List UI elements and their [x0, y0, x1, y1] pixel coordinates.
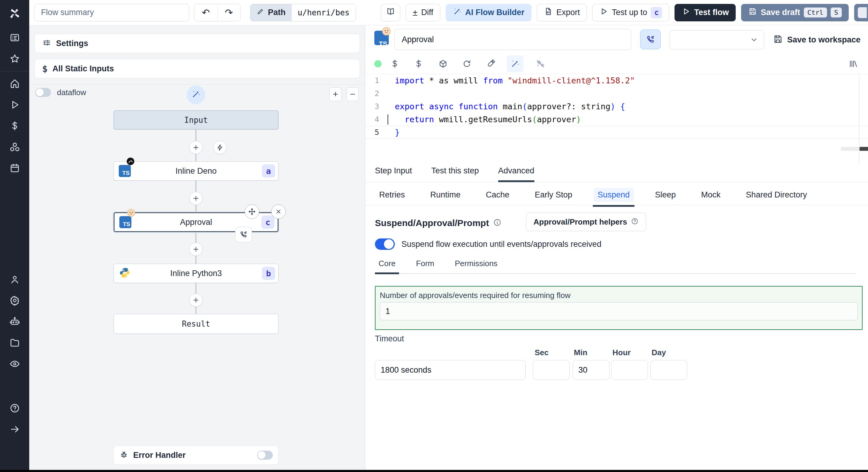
error-handler-card[interactable]: Error Handler [114, 445, 278, 465]
library-button[interactable] [844, 56, 861, 72]
inner-tab-core[interactable]: Core [375, 259, 399, 274]
zoom-in-button[interactable]: + [330, 87, 341, 101]
path-chip[interactable]: Path [250, 4, 292, 21]
suspend-phone-indicator[interactable] [235, 227, 252, 242]
subtab-sleep[interactable]: Sleep [651, 188, 680, 202]
users-person-icon[interactable] [0, 269, 29, 290]
flow-summary-input[interactable] [34, 4, 189, 21]
ai-sparkles-button[interactable] [532, 56, 549, 72]
code-editor[interactable]: 1import * as wmill from "windmill-client… [365, 74, 868, 165]
timeout-min-input[interactable] [572, 360, 610, 380]
tab-test-this-step[interactable]: Test this step [431, 166, 479, 182]
workers-robot-icon[interactable] [0, 311, 29, 332]
test-flow-button[interactable]: Test flow [675, 4, 736, 21]
diff-button[interactable]: ± Diff [406, 4, 440, 21]
timeout-sec-input[interactable] [533, 360, 569, 380]
reset-refresh-button[interactable] [458, 56, 475, 72]
ai-wand-button[interactable] [507, 56, 524, 72]
tag-select[interactable] [670, 30, 764, 49]
runs-play-icon[interactable] [0, 94, 29, 115]
subtab-early-stop[interactable]: Early Stop [530, 188, 577, 202]
suspend-section-title: Suspend/Approval/Prompt [375, 218, 489, 228]
variables-dollar-icon[interactable] [0, 115, 29, 136]
favorites-star-icon[interactable] [0, 48, 29, 69]
subtab-shared-directory[interactable]: Shared Directory [742, 188, 811, 202]
inner-tab-form[interactable]: Form [412, 259, 438, 274]
windmill-flow-editor: ↶ ↷ Path u/henri/bes ± Diff [0, 0, 868, 472]
timeout-day-input[interactable] [650, 360, 687, 380]
add-step-button[interactable] [189, 243, 203, 256]
timeout-value-input[interactable] [375, 360, 526, 380]
trigger-lightning-button[interactable] [213, 141, 227, 154]
subtab-retries[interactable]: Retries [375, 188, 409, 202]
export-button[interactable]: Export [537, 4, 587, 21]
save-draft-button[interactable]: Save draft Ctrl S [741, 4, 849, 21]
package-button[interactable] [435, 56, 452, 72]
subtab-mock[interactable]: Mock [697, 188, 725, 202]
add-step-button[interactable] [189, 141, 203, 154]
flow-graph-panel: Settings $ All Static Inputs dataflow + … [29, 25, 365, 470]
graph-node-inline-python3[interactable]: Inline Python3 b [114, 264, 278, 283]
resources-boxes-icon[interactable] [0, 136, 29, 158]
question-icon [631, 217, 639, 226]
timeout-day-label: Day [652, 348, 666, 357]
kbd-chip-partial [858, 7, 867, 18]
settings-gear-icon[interactable] [0, 290, 29, 311]
dataflow-toggle[interactable] [35, 88, 51, 97]
expand-sidebar-arrow-icon[interactable] [0, 419, 29, 440]
all-static-inputs-card[interactable]: $ All Static Inputs [35, 59, 360, 78]
undo-button[interactable]: ↶ [194, 4, 217, 21]
subtab-cache[interactable]: Cache [482, 188, 514, 202]
error-handler-toggle[interactable] [257, 451, 273, 460]
move-node-button[interactable] [245, 204, 259, 219]
apps-icon[interactable] [0, 27, 29, 48]
suspend-enable-toggle[interactable] [375, 238, 395, 250]
path-group[interactable]: Path u/henri/bes [250, 4, 356, 21]
docs-book-button[interactable] [381, 4, 400, 21]
flow-settings-card[interactable]: Settings [35, 34, 360, 53]
subtab-runtime[interactable]: Runtime [426, 188, 465, 202]
help-icon[interactable] [0, 398, 29, 419]
step-name-input[interactable] [394, 29, 631, 50]
undo-redo-group: ↶ ↷ [194, 4, 241, 21]
add-step-button[interactable] [189, 294, 203, 307]
home-icon[interactable] [0, 73, 29, 94]
add-step-button[interactable] [189, 192, 203, 205]
ai-flow-builder-button[interactable]: AI Flow Builder [446, 4, 532, 21]
editor-scrollbar-track[interactable] [841, 147, 859, 151]
approval-prompt-helpers-button[interactable]: Approval/Prompt helpers [526, 212, 646, 231]
zoom-out-button[interactable]: − [347, 87, 359, 101]
timeout-hour-input[interactable] [611, 360, 648, 380]
timeout-label: Timeout [375, 334, 404, 343]
suspend-title-row: Suspend/Approval/Prompt [375, 218, 501, 228]
logs-eye-icon[interactable] [0, 353, 29, 374]
variables-dollar-button[interactable] [410, 56, 427, 72]
suspend-phone-button[interactable] [640, 30, 661, 49]
tab-step-input[interactable]: Step Input [375, 166, 412, 182]
overview-ruler-mark [860, 147, 868, 151]
code-line: 2 [365, 87, 868, 100]
graph-node-inline-deno[interactable]: TS Inline Deno a [114, 161, 278, 180]
redo-button[interactable]: ↷ [217, 4, 240, 21]
deploy-button-partial[interactable] [854, 4, 868, 21]
window-bottom-edge [0, 470, 868, 472]
floppy-save-icon [748, 7, 757, 18]
tab-advanced[interactable]: Advanced [498, 166, 534, 182]
delete-node-button[interactable] [271, 204, 286, 219]
step-tabs: Step Input Test this step Advanced [365, 165, 868, 182]
folders-icon[interactable] [0, 332, 29, 353]
approvals-required-input[interactable] [380, 302, 858, 320]
ai-wand-button[interactable] [187, 86, 205, 104]
static-inputs-dollar-button[interactable] [386, 56, 403, 72]
path-value[interactable]: u/henri/bes [292, 4, 355, 21]
test-up-to-button[interactable]: Test up to c [592, 4, 669, 21]
windmill-logo[interactable] [0, 0, 29, 27]
graph-node-result[interactable]: Result [114, 314, 278, 334]
save-to-workspace-button[interactable]: Save to workspace [773, 25, 861, 54]
graph-node-input[interactable]: Input [114, 110, 278, 129]
format-brush-button[interactable] [482, 56, 499, 72]
schedules-calendar-icon[interactable] [0, 158, 29, 178]
subtab-suspend[interactable]: Suspend [593, 188, 634, 202]
sliders-icon [42, 38, 51, 48]
inner-tab-permissions[interactable]: Permissions [451, 259, 501, 274]
